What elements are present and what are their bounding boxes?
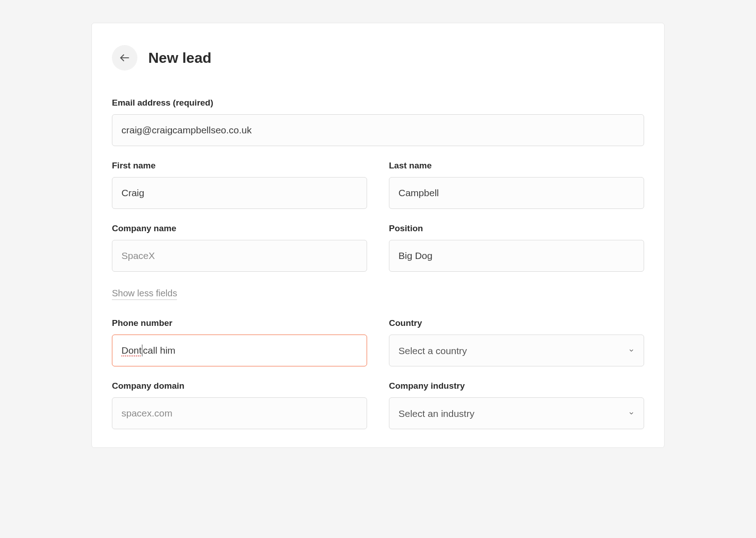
country-select[interactable]: Select a country: [389, 335, 644, 366]
company-domain-field-group: Company domain: [112, 381, 367, 429]
toggle-fields-link[interactable]: Show less fields: [112, 288, 177, 300]
position-input[interactable]: [389, 240, 644, 272]
card-header: New lead: [112, 45, 644, 71]
position-field-group: Position: [389, 223, 644, 272]
country-label: Country: [389, 318, 644, 328]
phone-value-rest: call him: [143, 345, 175, 356]
email-field-group: Email address (required): [112, 98, 644, 146]
page-title: New lead: [148, 50, 212, 66]
phone-field-group: Phone number Dont call him: [112, 318, 367, 366]
position-label: Position: [389, 223, 644, 233]
company-industry-label: Company industry: [389, 381, 644, 391]
last-name-field-group: Last name: [389, 161, 644, 209]
company-industry-select[interactable]: Select an industry: [389, 397, 644, 429]
phone-value-misspelled: Dont: [121, 345, 141, 356]
phone-input[interactable]: Dont call him: [112, 335, 367, 366]
email-label: Email address (required): [112, 98, 644, 108]
first-name-field-group: First name: [112, 161, 367, 209]
text-cursor: [142, 345, 142, 356]
company-name-field-group: Company name: [112, 223, 367, 272]
company-name-label: Company name: [112, 223, 367, 233]
new-lead-card: New lead Email address (required) First …: [91, 23, 665, 448]
back-button[interactable]: [112, 45, 137, 71]
phone-label: Phone number: [112, 318, 367, 328]
company-industry-field-group: Company industry Select an industry: [389, 381, 644, 429]
lead-form: Email address (required) First name Last…: [112, 98, 644, 429]
last-name-input[interactable]: [389, 177, 644, 209]
country-field-group: Country Select a country: [389, 318, 644, 366]
first-name-input[interactable]: [112, 177, 367, 209]
company-name-input[interactable]: [112, 240, 367, 272]
first-name-label: First name: [112, 161, 367, 171]
arrow-left-icon: [119, 52, 131, 64]
company-domain-label: Company domain: [112, 381, 367, 391]
last-name-label: Last name: [389, 161, 644, 171]
company-domain-input[interactable]: [112, 397, 367, 429]
email-input[interactable]: [112, 114, 644, 146]
